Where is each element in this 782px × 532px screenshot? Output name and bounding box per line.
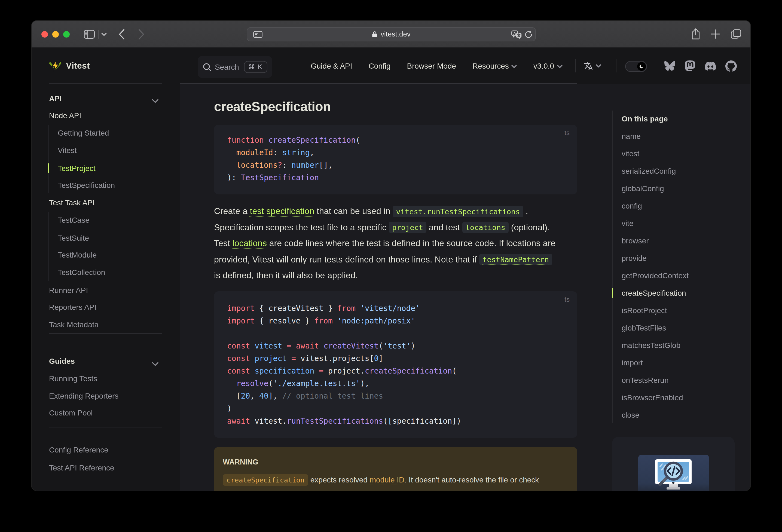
outline-item-vitest[interactable]: vitest [621,145,639,162]
sidebar-item-testcase[interactable]: TestCase [58,211,90,229]
translate-icon [584,61,593,71]
outline-item-name[interactable]: name [621,127,641,145]
nav-link-config[interactable]: Config [369,62,391,70]
sidebar-item-reporters-api[interactable]: Reporters API [49,298,96,316]
sidebar-item-extending-reporters[interactable]: Extending Reporters [49,387,118,404]
translate-icon[interactable]: A [511,31,522,39]
doc-link[interactable]: module ID [370,475,404,484]
paragraph-line: Specification scopes the test file to a … [214,219,590,235]
url-field[interactable]: vitest.dev A [247,27,536,41]
code-block-signature: ts function createSpecification( moduleI… [214,125,577,194]
sidebar-item-running-tests[interactable]: Running Tests [49,370,97,387]
theme-toggle[interactable] [625,61,647,72]
nav-link-guide-api[interactable]: Guide & API [311,62,352,70]
paragraph-line: Create a test specification that can be … [214,203,590,219]
outline-item-provide[interactable]: provide [621,249,647,267]
outline-item-serializedconfig[interactable]: serializedConfig [621,162,676,179]
text: Create a [214,206,250,216]
search-shortcut: ⌘ K [244,61,267,73]
chevron-down-icon [557,64,562,68]
text: (optional). [509,222,550,232]
sidebar-item-vitest[interactable]: Vitest [58,142,77,159]
sidebar-item-getting-started[interactable]: Getting Started [58,124,109,141]
text: that it exists on the file system. [223,489,326,491]
sidebar-toggle-icon[interactable] [84,30,95,39]
doc-link[interactable]: test specification [250,206,315,216]
inline-code-link[interactable]: testNamePattern [479,254,552,265]
sidebar-item-config-reference[interactable]: Config Reference [49,441,108,459]
sidebar-item-testproject[interactable]: TestProject [58,159,96,177]
share-icon[interactable] [691,28,700,40]
text: is defined, then it will also be applied… [214,271,358,280]
sidebar-item-test-task-api[interactable]: Test Task API [49,193,95,211]
github-icon[interactable] [725,60,737,72]
sidebar-indent-guide [48,125,49,193]
outline-item-getprovidedcontext[interactable]: getProvidedContext [621,267,688,284]
nav-link-resources[interactable]: Resources [472,62,517,70]
sidebar-item-custom-pool[interactable]: Custom Pool [49,404,93,422]
outline-item-createspecification[interactable]: createSpecification [621,284,686,302]
url-text: vitest.dev [247,28,535,41]
sidebar-item-testsuite[interactable]: TestSuite [58,229,89,246]
toolbar-chevron-down-icon[interactable] [101,33,107,36]
minimize-window-button[interactable] [52,31,59,38]
nav-menu: Guide & APIConfigBrowser ModeResourcesv3… [311,48,562,84]
chevron-down-icon[interactable] [152,358,158,368]
code-text[interactable]: import { createVitest } from 'vitest/nod… [214,291,577,437]
nav-link-v3-0-0[interactable]: v3.0.0 [533,62,562,70]
outline-item-matchestestglob[interactable]: matchesTestGlob [621,336,680,354]
language-menu-button[interactable] [584,48,601,84]
code-text[interactable]: function createSpecification( moduleId: … [214,125,577,194]
sidebar-item-runner-api[interactable]: Runner API [49,281,88,299]
zoom-window-button[interactable] [63,31,70,38]
outline-item-import[interactable]: import [621,354,643,371]
back-icon[interactable] [119,29,125,40]
sidebar-group-guides[interactable]: Guides [49,352,75,370]
text: expects resolved [308,475,370,484]
warning-title: WARNING [223,458,569,467]
page-title: createSpecification [214,100,331,113]
nav-link-label: Browser Mode [407,62,456,70]
sidebar-item-task-metadata[interactable]: Task Metadata [49,316,99,333]
reload-icon[interactable] [525,31,533,39]
sidebar-item-testmodule[interactable]: TestModule [58,246,97,263]
sidebar-active-marker [48,163,49,173]
outline-item-isrootproject[interactable]: isRootProject [621,302,667,319]
site-logo[interactable]: Vitest [49,48,90,84]
new-tab-icon[interactable] [711,29,720,39]
sidebar-item-test-api-reference[interactable]: Test API Reference [49,459,114,476]
tab-overview-icon[interactable] [731,29,741,39]
outline-item-browser[interactable]: browser [621,232,649,249]
bluesky-icon[interactable] [664,61,675,71]
outline-item-config[interactable]: config [621,197,642,214]
sponsor-card[interactable] [612,436,734,491]
nav-link-browser-mode[interactable]: Browser Mode [407,62,456,70]
outline-item-globalconfig[interactable]: globalConfig [621,179,664,197]
doc-link[interactable]: locations [233,239,267,248]
sidebar-divider [49,83,162,84]
outline-item-isbrowserenabled[interactable]: isBrowserEnabled [621,389,683,406]
close-window-button[interactable] [41,31,48,38]
sidebar-divider [49,427,162,427]
warning-callout: WARNING createSpecification expects reso… [214,447,577,491]
nav-link-label: Config [369,62,391,70]
sidebar-item-node-api[interactable]: Node API [49,107,81,124]
outline-item-close[interactable]: close [621,406,639,423]
chevron-down-icon[interactable] [152,95,158,105]
vitest-logo-icon [49,60,62,72]
inline-code-link[interactable]: vitest.runTestSpecifications [393,206,523,217]
sidebar-item-testspecification[interactable]: TestSpecification [58,176,115,194]
outline-item-globtestfiles[interactable]: globTestFiles [621,319,666,336]
doc-content: createSpecification ts function createSp… [180,84,750,491]
mastodon-icon[interactable] [684,61,696,71]
outline-border [612,110,613,423]
forward-icon[interactable] [138,29,144,40]
sidebar-item-testcollection[interactable]: TestCollection [58,263,105,281]
outline-item-ontestsrerun[interactable]: onTestsRerun [621,371,669,389]
outline-item-vite[interactable]: vite [621,214,634,232]
search-button[interactable]: Search ⌘ K [198,56,272,78]
sidebar-group-api[interactable]: API [49,90,62,107]
sidebar-divider [49,333,162,334]
text: Test [214,239,233,248]
discord-icon[interactable] [705,60,716,72]
